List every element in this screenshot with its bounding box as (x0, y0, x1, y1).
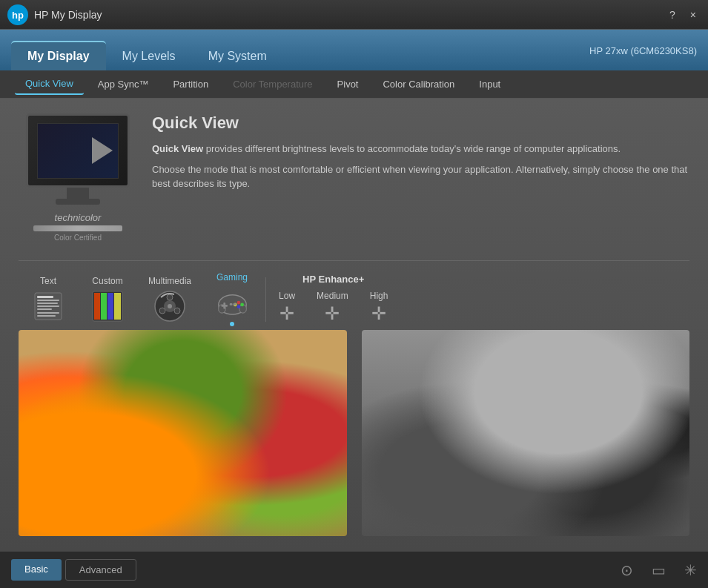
monitor-arrow-icon (92, 137, 113, 164)
svg-rect-13 (114, 293, 121, 320)
mode-text-label: Text (40, 276, 56, 286)
modes-row: Text Custom (19, 260, 689, 330)
enhance-high-label: High (370, 291, 388, 301)
asterisk-icon[interactable]: ✳ (684, 561, 697, 579)
subtab-app-sync[interactable]: App Sync™ (87, 74, 159, 94)
enhance-low-plus: ✛ (279, 305, 294, 323)
svg-rect-12 (107, 293, 113, 320)
footer-tab-basic[interactable]: Basic (11, 559, 62, 581)
color-preview-image (19, 330, 347, 536)
svg-rect-4 (37, 303, 58, 304)
description-panel: Quick View Quick View provides different… (152, 113, 689, 242)
svg-point-26 (240, 303, 244, 306)
svg-point-19 (159, 308, 165, 314)
brightness-icon[interactable]: ⊙ (621, 561, 633, 579)
tab-my-display[interactable]: My Display (11, 41, 106, 70)
svg-point-17 (167, 294, 173, 300)
help-button[interactable]: ? (665, 7, 680, 22)
svg-rect-6 (37, 308, 52, 310)
technicolor-certified: Color Certified (33, 234, 122, 242)
subtab-input[interactable]: Input (469, 74, 511, 94)
modes-divider (265, 277, 266, 322)
tab-my-system[interactable]: My System (192, 42, 283, 70)
description-paragraph-2: Choose the mode that is most comfortable… (152, 162, 689, 191)
enhance-high-plus: ✛ (371, 305, 386, 323)
svg-rect-5 (37, 305, 59, 307)
description-bold: Quick View (152, 143, 203, 154)
close-button[interactable]: × (686, 7, 701, 22)
svg-rect-8 (37, 315, 56, 317)
svg-rect-7 (37, 312, 59, 314)
enhance-medium[interactable]: Medium ✛ (308, 288, 357, 325)
subtab-partition[interactable]: Partition (162, 74, 219, 94)
monitor-preview: technicolor Color Certified (19, 113, 137, 242)
mode-text[interactable]: Text (19, 272, 78, 327)
description-paragraph-1: Quick View provides different brightness… (152, 142, 689, 156)
subtab-color-calibration[interactable]: Color Calibration (372, 74, 465, 94)
fruit-scene (19, 330, 347, 536)
main-nav: My Display My Levels My System HP 27xw (… (0, 30, 708, 70)
sub-nav: Quick View App Sync™ Partition Color Tem… (0, 70, 708, 99)
svg-rect-29 (229, 303, 232, 305)
monitor-base (56, 199, 100, 205)
hp-enhance-modes: Low ✛ Medium ✛ High ✛ (270, 288, 397, 325)
top-section: technicolor Color Certified Quick View Q… (19, 113, 689, 242)
content-area: technicolor Color Certified Quick View Q… (0, 99, 708, 551)
footer-icons: ⊙ ▭ ✳ (621, 561, 697, 579)
svg-rect-2 (37, 296, 53, 298)
enhance-medium-label: Medium (317, 291, 348, 301)
monitor-image (26, 113, 130, 188)
subtab-color-temperature: Color Temperature (222, 74, 322, 94)
mode-custom-label: Custom (92, 276, 122, 286)
footer-tabs: Basic Advanced (11, 559, 136, 581)
hp-enhance-title: HP Enhance+ (302, 274, 364, 285)
svg-rect-3 (37, 300, 59, 301)
svg-point-27 (236, 305, 240, 308)
mode-gaming[interactable]: Gaming (202, 268, 262, 330)
description-text-1: provides different brightness levels to … (203, 143, 621, 154)
bw-scene (362, 330, 690, 536)
svg-rect-11 (101, 293, 107, 320)
technicolor-name: technicolor (33, 212, 122, 223)
svg-point-16 (168, 304, 172, 308)
technicolor-bar (33, 225, 122, 231)
section-title: Quick View (152, 113, 689, 133)
mode-custom[interactable]: Custom (78, 272, 137, 327)
subtab-quick-view[interactable]: Quick View (15, 73, 84, 95)
enhance-low-label: Low (279, 291, 295, 301)
hp-enhance-section: HP Enhance+ Low ✛ Medium ✛ High ✛ (270, 274, 397, 325)
mode-text-icon (32, 290, 65, 323)
enhance-medium-plus: ✛ (325, 305, 340, 323)
footer: Basic Advanced ⊙ ▭ ✳ (0, 551, 708, 588)
display-icon[interactable]: ▭ (652, 561, 666, 579)
mode-multimedia[interactable]: Multimedia (137, 272, 202, 327)
enhance-high[interactable]: High ✛ (361, 288, 397, 325)
mode-gaming-icon (216, 286, 249, 320)
hp-logo: hp (7, 4, 28, 25)
tab-my-levels[interactable]: My Levels (106, 42, 192, 70)
svg-point-25 (236, 300, 240, 304)
bw-preview-image (362, 330, 690, 536)
svg-rect-30 (233, 303, 236, 305)
preview-images-row (19, 330, 689, 536)
monitor-stand (67, 188, 89, 199)
monitor-label: HP 27xw (6CM6230KS8) (589, 44, 697, 56)
mode-custom-icon (91, 290, 125, 323)
svg-rect-10 (94, 293, 100, 320)
footer-tab-advanced[interactable]: Advanced (65, 559, 136, 581)
svg-text:hp: hp (12, 10, 24, 21)
app-title: HP My Display (34, 9, 665, 21)
mode-gaming-label: Gaming (216, 272, 248, 283)
mode-multimedia-label: Multimedia (148, 276, 191, 286)
enhance-low[interactable]: Low ✛ (270, 288, 304, 325)
mode-active-dot (230, 322, 234, 326)
subtab-pivot[interactable]: Pivot (327, 74, 369, 94)
mode-multimedia-icon (153, 290, 187, 323)
window-controls: ? × (665, 7, 701, 22)
svg-point-18 (174, 308, 180, 314)
svg-rect-24 (221, 304, 227, 306)
title-bar: hp HP My Display ? × (0, 0, 708, 30)
technicolor-badge: technicolor Color Certified (33, 212, 122, 242)
